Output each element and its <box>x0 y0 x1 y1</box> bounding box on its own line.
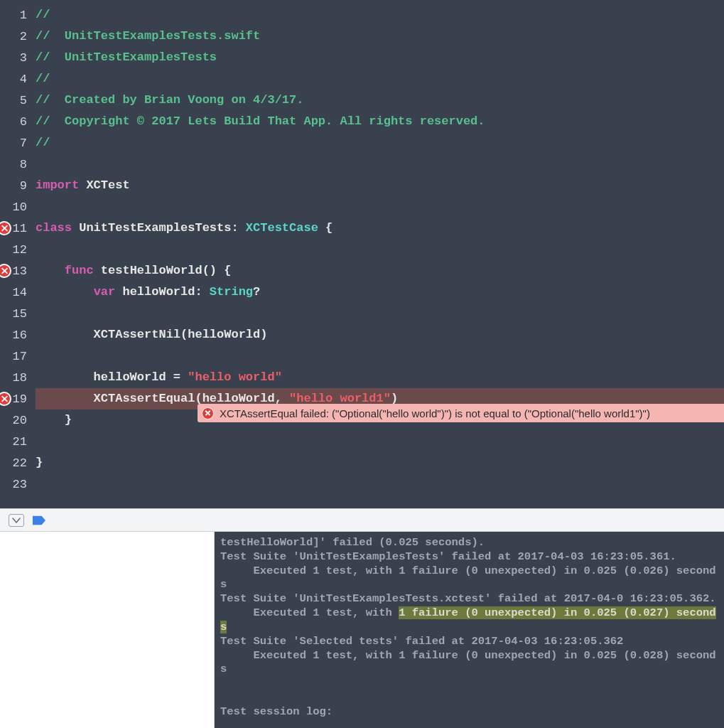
line-number: 3 <box>20 51 27 65</box>
comment-token: // Created by Brian Voong on 4/3/17. <box>36 90 303 111</box>
line-number-row: 4 <box>0 68 31 90</box>
line-number-row: 19 <box>0 388 31 410</box>
keyword-token: import <box>36 175 79 196</box>
line-number: 11 <box>13 222 27 235</box>
line-number: 22 <box>13 456 27 470</box>
error-icon[interactable] <box>0 392 11 406</box>
line-number: 6 <box>20 115 27 129</box>
line-number: 17 <box>13 350 27 363</box>
line-number: 20 <box>13 414 27 427</box>
plain-token: helloWorld = <box>36 367 188 388</box>
plain-token: { <box>318 218 333 239</box>
code-line[interactable] <box>36 239 724 260</box>
keyword-token: var <box>94 282 116 303</box>
line-number-row: 20 <box>0 410 31 431</box>
line-number-row: 12 <box>0 239 31 260</box>
line-number-row: 14 <box>0 282 31 303</box>
line-number-row: 10 <box>0 196 31 218</box>
code-line[interactable] <box>36 303 724 324</box>
line-number: 8 <box>20 158 27 171</box>
code-line[interactable] <box>36 346 724 367</box>
keyword-token: func <box>65 260 94 282</box>
code-line[interactable]: helloWorld = "hello world" <box>36 367 724 388</box>
line-number: 13 <box>13 264 27 278</box>
code-line[interactable]: import XCTest <box>36 175 724 196</box>
line-number: 10 <box>13 200 27 214</box>
code-line[interactable]: XCTAssertNil(helloWorld) <box>36 324 724 346</box>
plain-token: UnitTestExamplesTests: <box>72 218 246 239</box>
string-token: "hello world" <box>188 367 282 388</box>
line-number: 16 <box>13 328 27 342</box>
line-number-row: 13 <box>0 260 31 282</box>
line-number-row: 15 <box>0 303 31 324</box>
type-token: String <box>210 282 253 303</box>
line-number: 14 <box>13 286 27 299</box>
code-line[interactable]: // UnitTestExamplesTests.swift <box>36 26 724 47</box>
code-editor[interactable]: 1234567891011121314151617181920212223 //… <box>0 0 724 508</box>
error-icon[interactable] <box>0 264 11 278</box>
line-number: 23 <box>13 478 27 491</box>
line-number: 19 <box>13 392 27 406</box>
plain-token <box>36 282 94 303</box>
code-line[interactable]: // UnitTestExamplesTests <box>36 47 724 68</box>
inline-error-banner[interactable]: XCTAssertEqual failed: ("Optional("hello… <box>198 404 724 422</box>
console-text: Test Suite 'Selected tests' failed at 20… <box>220 635 716 718</box>
comment-token: // <box>36 132 50 154</box>
code-line[interactable]: var helloWorld: String? <box>36 282 724 303</box>
line-number-row: 23 <box>0 473 31 495</box>
line-number: 9 <box>20 179 27 193</box>
console-toolbar <box>0 508 724 532</box>
line-number: 21 <box>13 435 27 449</box>
code-line[interactable] <box>36 154 724 175</box>
line-number: 4 <box>20 73 27 86</box>
code-line[interactable]: // Copyright © 2017 Lets Build That App.… <box>36 111 724 132</box>
code-line[interactable]: } <box>36 452 724 473</box>
console-output[interactable]: testHelloWorld]' failed (0.025 seconds).… <box>215 532 724 728</box>
line-number-row: 22 <box>0 452 31 473</box>
code-line[interactable]: // <box>36 132 724 154</box>
line-number-row: 11 <box>0 218 31 239</box>
plain-token: helloWorld: <box>115 282 210 303</box>
code-line[interactable]: func testHelloWorld() { <box>36 260 724 282</box>
line-number-row: 5 <box>0 90 31 111</box>
keyword-token: class <box>36 218 72 239</box>
plain-token: testHelloWorld() { <box>94 260 232 282</box>
line-number: 12 <box>13 243 27 257</box>
line-number-row: 17 <box>0 346 31 367</box>
error-icon[interactable] <box>0 221 11 235</box>
code-line[interactable]: // <box>36 4 724 26</box>
line-number-row: 21 <box>0 431 31 452</box>
plain-token <box>36 260 65 282</box>
code-line[interactable]: // <box>36 68 724 90</box>
comment-token: // Copyright © 2017 Lets Build That App.… <box>36 111 485 132</box>
line-number-row: 6 <box>0 111 31 132</box>
plain-token: } <box>36 452 43 473</box>
code-line[interactable] <box>36 431 724 452</box>
breakpoint-bookmark-icon[interactable] <box>33 514 45 527</box>
variables-panel[interactable] <box>0 532 215 728</box>
console-filter-button[interactable] <box>9 514 24 527</box>
chevron-down-icon <box>12 517 21 524</box>
line-number-row: 7 <box>0 132 31 154</box>
plain-token: } <box>36 410 72 431</box>
debug-area: testHelloWorld]' failed (0.025 seconds).… <box>0 532 724 728</box>
line-number-row: 2 <box>0 26 31 47</box>
type-token: XCTestCase <box>246 218 318 239</box>
line-gutter: 1234567891011121314151617181920212223 <box>0 0 31 508</box>
code-line[interactable]: // Created by Brian Voong on 4/3/17. <box>36 90 724 111</box>
line-number: 15 <box>13 307 27 321</box>
code-line[interactable] <box>36 196 724 218</box>
plain-token: XCTAssertNil(helloWorld) <box>36 324 267 346</box>
error-icon <box>202 407 214 419</box>
line-number-row: 9 <box>0 175 31 196</box>
line-number: 5 <box>20 94 27 107</box>
comment-token: // <box>36 4 50 26</box>
line-number-row: 1 <box>0 4 31 26</box>
code-area[interactable]: //// UnitTestExamplesTests.swift// UnitT… <box>31 0 724 508</box>
code-line[interactable]: class UnitTestExamplesTests: XCTestCase … <box>36 218 724 239</box>
line-number-row: 8 <box>0 154 31 175</box>
line-number-row: 18 <box>0 367 31 388</box>
line-number: 1 <box>20 9 27 22</box>
plain-token: ? <box>253 282 260 303</box>
code-line[interactable] <box>36 473 724 495</box>
